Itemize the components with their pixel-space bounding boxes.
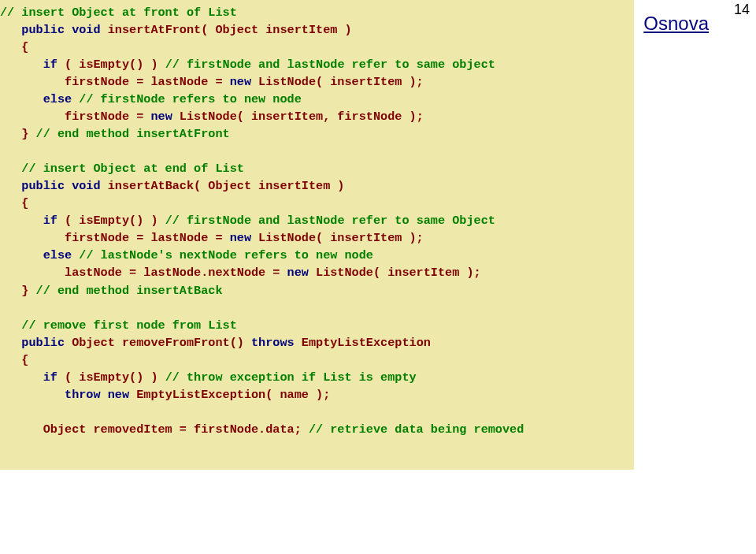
header-link[interactable]: Osnova: [643, 13, 709, 35]
code-comment: // insert Object at end of List: [0, 162, 244, 176]
code-comment: // lastNode's nextNode refers to new nod…: [79, 248, 373, 262]
code-text: lastNode = lastNode.nextNode =: [0, 266, 287, 280]
code-comment: // retrieve data being removed: [309, 422, 524, 437]
code-text: Object removeFromFront(): [65, 336, 251, 350]
code-text: ListNode( insertItem );: [309, 266, 481, 280]
code-keyword: public void: [0, 179, 101, 193]
code-keyword: throws: [251, 336, 295, 350]
code-text: EmptyListException: [295, 336, 431, 350]
code-text: firstNode = lastNode =: [0, 75, 230, 89]
code-comment: // end method insertAtBack: [36, 284, 223, 298]
code-text: {: [0, 196, 28, 210]
code-text: }: [0, 127, 36, 141]
code-comment: // firstNode and lastNode refer to same …: [165, 214, 495, 228]
code-keyword: public: [0, 336, 65, 350]
code-text: firstNode = lastNode =: [0, 231, 230, 245]
code-text: insertAtBack( Object insertItem ): [101, 179, 345, 193]
code-comment: // firstNode refers to new node: [79, 92, 302, 106]
code-text: ListNode( insertItem );: [251, 231, 424, 245]
code-text: ( isEmpty() ): [57, 370, 165, 385]
code-text: ListNode( insertItem );: [251, 75, 424, 89]
code-keyword: if: [0, 58, 57, 72]
code-keyword: else: [0, 248, 79, 262]
code-comment: // firstNode and lastNode refer to same …: [165, 58, 495, 72]
code-text: }: [0, 284, 36, 298]
code-comment: // end method insertAtFront: [36, 127, 230, 141]
code-keyword: else: [0, 92, 79, 106]
code-text: ( isEmpty() ): [57, 214, 165, 228]
code-text: ( isEmpty() ): [57, 58, 165, 72]
code-keyword: public void: [0, 23, 101, 37]
code-comment: // throw exception if List is empty: [165, 370, 417, 385]
code-keyword: new: [230, 75, 251, 89]
code-text: Object removedItem = firstNode.data;: [0, 422, 309, 437]
code-text: ListNode( insertItem, firstNode );: [172, 110, 424, 124]
code-listing: // insert Object at front of List public…: [0, 0, 634, 470]
code-keyword: if: [0, 214, 57, 228]
code-keyword: new: [150, 110, 172, 124]
code-keyword: new: [230, 231, 251, 245]
code-text: EmptyListException( name );: [129, 388, 330, 402]
code-keyword: if: [0, 370, 57, 385]
code-keyword: throw new: [0, 388, 129, 402]
code-text: {: [0, 353, 28, 367]
code-text: insertAtFront( Object insertItem ): [101, 23, 352, 37]
code-text: firstNode =: [0, 110, 150, 124]
code-line: // insert Object at front of List: [0, 6, 237, 20]
code-text: {: [0, 40, 28, 54]
page-number: 14: [734, 2, 750, 18]
code-comment: // remove first node from List: [0, 318, 237, 333]
code-keyword: new: [287, 266, 309, 280]
